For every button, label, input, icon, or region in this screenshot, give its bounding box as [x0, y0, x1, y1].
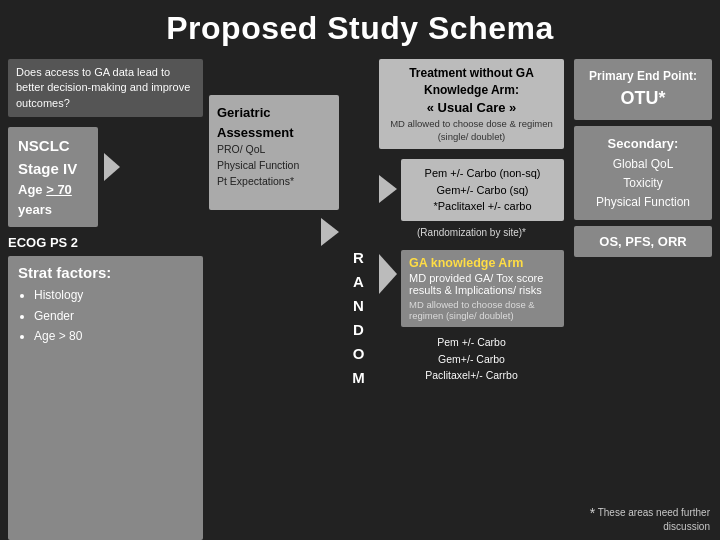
geriatric-item-0: PRO/ QoL [217, 142, 331, 158]
question-text: Does access to GA data lead to better de… [16, 66, 190, 109]
random-r: R [353, 246, 365, 270]
treatment-title: Treatment without GA Knowledge Arm: [387, 65, 556, 99]
random-column: R A N D O M [345, 95, 373, 540]
random-d: D [353, 318, 365, 342]
strat-list: Histology Gender Age > 80 [18, 285, 193, 346]
treatment-box: Treatment without GA Knowledge Arm: « Us… [379, 59, 564, 149]
primary-value: OTU* [584, 85, 702, 112]
usual-care: « Usual Care » [387, 99, 556, 117]
random-m: M [352, 366, 366, 390]
secondary-item-0: Global QoL [584, 155, 702, 174]
ga-body: MD provided GA/ Tox score results & Impl… [409, 272, 556, 296]
pem-line2: Gem+/- Carbo (sq) [409, 182, 556, 199]
list-item: Gender [34, 306, 193, 326]
ga-title: GA knowledge Arm [409, 256, 556, 270]
footnote-asterisk: * [590, 505, 595, 521]
page-title: Proposed Study Schema [0, 0, 720, 55]
main-content: Does access to GA data lead to better de… [0, 55, 720, 540]
strat-box: Strat factors: Histology Gender Age > 80 [8, 256, 203, 540]
page: Proposed Study Schema Does access to GA … [0, 0, 720, 540]
arrow-to-pem [379, 175, 397, 203]
pem2-line1: Pem +/- Carbo [379, 334, 564, 351]
footnote-text: These areas need further discussion [598, 507, 710, 532]
arrow-geriatric-right [321, 218, 339, 246]
random-letters: R A N D O M [352, 246, 366, 390]
pem-box: Pem +/- Carbo (non-sq) Gem+/- Carbo (sq)… [401, 159, 564, 221]
nsclc-line3: Age > 70 [18, 180, 88, 200]
list-item: Histology [34, 285, 193, 305]
pem2-line3: Paclitaxel+/- Carrbo [379, 367, 564, 384]
random-o: O [353, 342, 366, 366]
secondary-box: Secondary: Global QoL Toxicity Physical … [574, 126, 712, 220]
right-panel: Primary End Point: OTU* Secondary: Globa… [570, 59, 712, 540]
geriatric-item-2: Pt Expectations* [217, 174, 331, 190]
pem-line1: Pem +/- Carbo (non-sq) [409, 165, 556, 182]
md-note-1: MD allowed to choose dose & regimen (sin… [387, 117, 556, 144]
nsclc-line2: Stage IV [18, 158, 88, 181]
ecog-label: ECOG PS 2 [8, 235, 203, 250]
pem-line3: *Paclitaxel +/- carbo [409, 198, 556, 215]
left-panel: Does access to GA data lead to better de… [8, 59, 203, 540]
geriatric-item-1: Physical Function [217, 158, 331, 174]
secondary-item-2: Physical Function [584, 193, 702, 212]
geriatric-box: Geriatric Assessment PRO/ QoL Physical F… [209, 95, 339, 210]
ga-box: GA knowledge Arm MD provided GA/ Tox sco… [401, 250, 564, 327]
strat-title: Strat factors: [18, 264, 193, 281]
footnote: * These areas need further discussion [550, 506, 710, 534]
arrow-to-ga [379, 254, 397, 294]
randomization-note: (Randomization by site)* [379, 227, 564, 238]
pem2-line2: Gem+/- Carbo [379, 351, 564, 368]
os-box: OS, PFS, ORR [574, 226, 712, 257]
question-box: Does access to GA data lead to better de… [8, 59, 203, 117]
secondary-item-1: Toxicity [584, 174, 702, 193]
geriatric-title: Geriatric Assessment [217, 103, 331, 142]
nsclc-line1: NSCLC [18, 135, 88, 158]
pem2-box: Pem +/- Carbo Gem+/- Carbo Paclitaxel+/-… [379, 334, 564, 384]
primary-label: Primary End Point: [584, 67, 702, 85]
random-a: A [353, 270, 365, 294]
geriatric-panel: Geriatric Assessment PRO/ QoL Physical F… [209, 59, 339, 540]
center-panel: Treatment without GA Knowledge Arm: « Us… [379, 59, 564, 540]
list-item: Age > 80 [34, 326, 193, 346]
random-n: N [353, 294, 365, 318]
arrow-nsclc-geriatric [104, 153, 120, 181]
ga-md-note: MD allowed to choose dose & regimen (sin… [409, 299, 556, 321]
nsclc-box: NSCLC Stage IV Age > 70 years [8, 127, 98, 227]
secondary-title: Secondary: [584, 134, 702, 155]
primary-box: Primary End Point: OTU* [574, 59, 712, 120]
nsclc-line4: years [18, 200, 88, 220]
os-text: OS, PFS, ORR [599, 234, 686, 249]
